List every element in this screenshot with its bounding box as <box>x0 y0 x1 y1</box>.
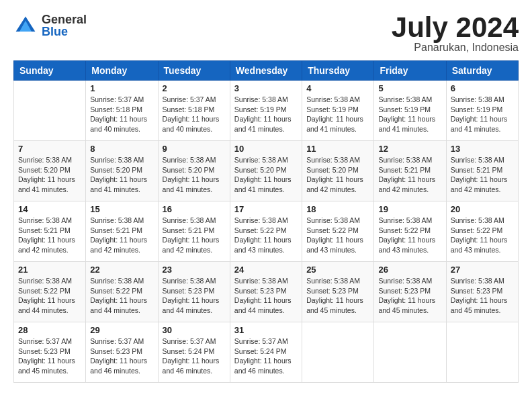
calendar-cell-w3-d3: 17 Sunrise: 5:38 AMSunset: 5:22 PMDaylig… <box>230 201 302 262</box>
calendar-cell-w3-d1: 15 Sunrise: 5:38 AMSunset: 5:21 PMDaylig… <box>86 201 158 262</box>
calendar: SundayMondayTuesdayWednesdayThursdayFrid… <box>13 60 519 383</box>
calendar-cell-w1-d4: 4 Sunrise: 5:38 AMSunset: 5:19 PMDayligh… <box>302 81 374 141</box>
day-info: Sunrise: 5:38 AMSunset: 5:22 PMDaylight:… <box>306 216 363 254</box>
day-number: 19 <box>378 204 441 214</box>
day-info: Sunrise: 5:38 AMSunset: 5:21 PMDaylight:… <box>18 216 75 254</box>
calendar-cell-w2-d1: 8 Sunrise: 5:38 AMSunset: 5:20 PMDayligh… <box>86 141 158 201</box>
header-friday: Friday <box>374 61 446 81</box>
day-number: 17 <box>234 204 298 214</box>
day-info: Sunrise: 5:37 AMSunset: 5:18 PMDaylight:… <box>163 95 220 133</box>
day-number: 22 <box>90 265 153 275</box>
calendar-cell-w2-d0: 7 Sunrise: 5:38 AMSunset: 5:20 PMDayligh… <box>14 141 86 201</box>
day-number: 6 <box>451 83 514 93</box>
day-info: Sunrise: 5:38 AMSunset: 5:20 PMDaylight:… <box>234 156 292 193</box>
week-row-1: 1 Sunrise: 5:37 AMSunset: 5:18 PMDayligh… <box>14 81 519 141</box>
calendar-cell-w5-d3: 31 Sunrise: 5:37 AMSunset: 5:24 PMDaylig… <box>230 322 302 383</box>
calendar-cell-w5-d2: 30 Sunrise: 5:37 AMSunset: 5:24 PMDaylig… <box>158 322 230 383</box>
weekday-header-row: SundayMondayTuesdayWednesdayThursdayFrid… <box>14 61 519 81</box>
header-wednesday: Wednesday <box>230 61 302 81</box>
day-info: Sunrise: 5:38 AMSunset: 5:19 PMDaylight:… <box>234 95 292 133</box>
day-number: 10 <box>234 144 298 154</box>
day-info: Sunrise: 5:38 AMSunset: 5:22 PMDaylight:… <box>451 216 508 254</box>
day-info: Sunrise: 5:38 AMSunset: 5:22 PMDaylight:… <box>90 277 147 314</box>
day-info: Sunrise: 5:37 AMSunset: 5:23 PMDaylight:… <box>90 337 147 375</box>
day-info: Sunrise: 5:38 AMSunset: 5:23 PMDaylight:… <box>378 277 435 314</box>
day-info: Sunrise: 5:37 AMSunset: 5:24 PMDaylight:… <box>163 337 220 375</box>
day-number: 24 <box>234 265 298 275</box>
calendar-cell-w5-d1: 29 Sunrise: 5:37 AMSunset: 5:23 PMDaylig… <box>86 322 158 383</box>
day-number: 9 <box>163 144 226 154</box>
logo-text: General Blue <box>42 13 87 38</box>
day-info: Sunrise: 5:38 AMSunset: 5:22 PMDaylight:… <box>378 216 435 254</box>
day-info: Sunrise: 5:38 AMSunset: 5:20 PMDaylight:… <box>306 156 363 193</box>
day-number: 14 <box>18 204 81 214</box>
day-number: 12 <box>378 144 441 154</box>
day-info: Sunrise: 5:37 AMSunset: 5:23 PMDaylight:… <box>18 337 75 375</box>
calendar-cell-w4-d4: 25 Sunrise: 5:38 AMSunset: 5:23 PMDaylig… <box>302 262 374 322</box>
header-tuesday: Tuesday <box>158 61 230 81</box>
calendar-cell-w2-d6: 13 Sunrise: 5:38 AMSunset: 5:21 PMDaylig… <box>446 141 518 201</box>
calendar-cell-w1-d1: 1 Sunrise: 5:37 AMSunset: 5:18 PMDayligh… <box>86 81 158 141</box>
logo-icon <box>13 13 38 38</box>
day-info: Sunrise: 5:38 AMSunset: 5:20 PMDaylight:… <box>163 156 220 193</box>
week-row-5: 28 Sunrise: 5:37 AMSunset: 5:23 PMDaylig… <box>14 322 519 383</box>
day-number: 15 <box>90 204 153 214</box>
day-number: 4 <box>306 83 369 93</box>
day-number: 8 <box>90 144 153 154</box>
calendar-cell-w1-d5: 5 Sunrise: 5:38 AMSunset: 5:19 PMDayligh… <box>374 81 446 141</box>
day-number: 13 <box>451 144 514 154</box>
header-sunday: Sunday <box>14 61 86 81</box>
day-info: Sunrise: 5:38 AMSunset: 5:20 PMDaylight:… <box>18 156 75 193</box>
day-number: 31 <box>234 325 298 335</box>
day-number: 20 <box>451 204 514 214</box>
day-number: 11 <box>306 144 369 154</box>
week-row-4: 21 Sunrise: 5:38 AMSunset: 5:22 PMDaylig… <box>14 262 519 322</box>
calendar-cell-w5-d4 <box>302 322 374 383</box>
calendar-cell-w4-d5: 26 Sunrise: 5:38 AMSunset: 5:23 PMDaylig… <box>374 262 446 322</box>
calendar-cell-w1-d2: 2 Sunrise: 5:37 AMSunset: 5:18 PMDayligh… <box>158 81 230 141</box>
day-number: 18 <box>306 204 369 214</box>
week-row-3: 14 Sunrise: 5:38 AMSunset: 5:21 PMDaylig… <box>14 201 519 262</box>
day-info: Sunrise: 5:38 AMSunset: 5:23 PMDaylight:… <box>234 277 292 314</box>
day-info: Sunrise: 5:38 AMSunset: 5:22 PMDaylight:… <box>234 216 292 254</box>
calendar-cell-w3-d4: 18 Sunrise: 5:38 AMSunset: 5:22 PMDaylig… <box>302 201 374 262</box>
logo-blue: Blue <box>42 26 87 38</box>
day-number: 7 <box>18 144 81 154</box>
day-info: Sunrise: 5:38 AMSunset: 5:20 PMDaylight:… <box>90 156 147 193</box>
day-info: Sunrise: 5:38 AMSunset: 5:23 PMDaylight:… <box>306 277 363 314</box>
day-info: Sunrise: 5:38 AMSunset: 5:21 PMDaylight:… <box>451 156 508 193</box>
day-number: 30 <box>163 325 226 335</box>
day-info: Sunrise: 5:38 AMSunset: 5:19 PMDaylight:… <box>378 95 435 133</box>
day-number: 27 <box>451 265 514 275</box>
day-number: 28 <box>18 325 81 335</box>
calendar-cell-w2-d4: 11 Sunrise: 5:38 AMSunset: 5:20 PMDaylig… <box>302 141 374 201</box>
day-number: 3 <box>234 83 298 93</box>
calendar-cell-w4-d1: 22 Sunrise: 5:38 AMSunset: 5:22 PMDaylig… <box>86 262 158 322</box>
day-info: Sunrise: 5:37 AMSunset: 5:18 PMDaylight:… <box>90 95 147 133</box>
calendar-cell-w2-d2: 9 Sunrise: 5:38 AMSunset: 5:20 PMDayligh… <box>158 141 230 201</box>
subtitle: Panarukan, Indonesia <box>392 42 519 54</box>
calendar-cell-w2-d5: 12 Sunrise: 5:38 AMSunset: 5:21 PMDaylig… <box>374 141 446 201</box>
main-title: July 2024 <box>392 13 519 42</box>
calendar-cell-w2-d3: 10 Sunrise: 5:38 AMSunset: 5:20 PMDaylig… <box>230 141 302 201</box>
day-number: 16 <box>163 204 226 214</box>
logo-general: General <box>42 13 87 26</box>
day-number: 1 <box>90 83 153 93</box>
day-number: 2 <box>163 83 226 93</box>
day-number: 26 <box>378 265 441 275</box>
day-info: Sunrise: 5:38 AMSunset: 5:23 PMDaylight:… <box>163 277 220 314</box>
week-row-2: 7 Sunrise: 5:38 AMSunset: 5:20 PMDayligh… <box>14 141 519 201</box>
calendar-cell-w5-d5 <box>374 322 446 383</box>
calendar-cell-w3-d0: 14 Sunrise: 5:38 AMSunset: 5:21 PMDaylig… <box>14 201 86 262</box>
calendar-cell-w4-d6: 27 Sunrise: 5:38 AMSunset: 5:23 PMDaylig… <box>446 262 518 322</box>
day-number: 21 <box>18 265 81 275</box>
calendar-cell-w3-d6: 20 Sunrise: 5:38 AMSunset: 5:22 PMDaylig… <box>446 201 518 262</box>
header-thursday: Thursday <box>302 61 374 81</box>
day-info: Sunrise: 5:37 AMSunset: 5:24 PMDaylight:… <box>234 337 292 375</box>
calendar-cell-w1-d0 <box>14 81 86 141</box>
day-number: 25 <box>306 265 369 275</box>
day-info: Sunrise: 5:38 AMSunset: 5:22 PMDaylight:… <box>18 277 75 314</box>
day-number: 5 <box>378 83 441 93</box>
day-number: 23 <box>163 265 226 275</box>
calendar-cell-w4-d3: 24 Sunrise: 5:38 AMSunset: 5:23 PMDaylig… <box>230 262 302 322</box>
